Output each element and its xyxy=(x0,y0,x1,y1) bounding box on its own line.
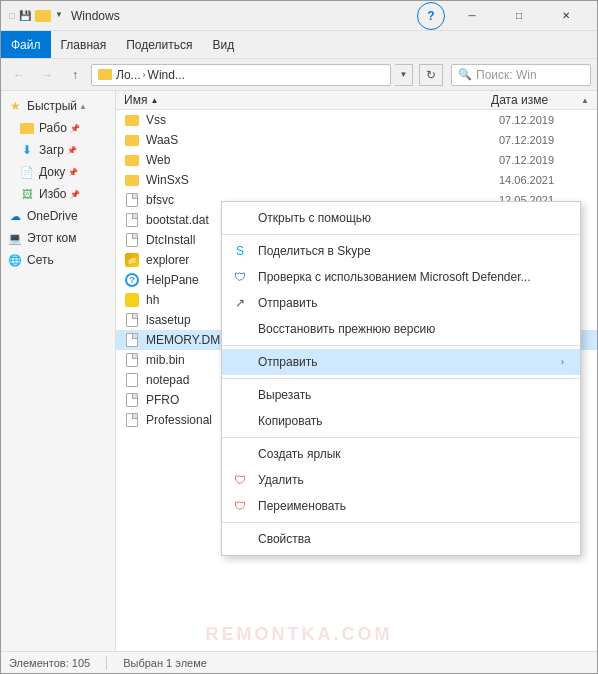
pin-icon4: 📌 xyxy=(70,190,80,199)
ctx-cut[interactable]: Вырезать xyxy=(222,382,580,408)
ctx-label: Восстановить прежнюю версию xyxy=(258,322,435,336)
ctx-restore[interactable]: Восстановить прежнюю версию xyxy=(222,316,580,342)
professional-icon xyxy=(124,412,140,428)
file-date: 07.12.2019 xyxy=(499,154,589,166)
search-placeholder: Поиск: Win xyxy=(476,68,537,82)
ctx-label: Создать ярлык xyxy=(258,447,341,461)
status-bar: Элементов: 105 Выбран 1 элеме xyxy=(1,651,597,673)
ctx-properties[interactable]: Свойства xyxy=(222,526,580,552)
ctx-share-skype[interactable]: S Поделиться в Skype xyxy=(222,238,580,264)
shield-del-icon: 🛡 xyxy=(232,472,248,488)
sort-arrow2: ▲ xyxy=(581,96,589,105)
dat-icon xyxy=(124,212,140,228)
file-name: Vss xyxy=(146,113,499,127)
window-title: Windows xyxy=(71,9,417,23)
ctx-separator2 xyxy=(222,345,580,346)
dmp-icon xyxy=(124,332,140,348)
ctx-label: Удалить xyxy=(258,473,304,487)
sidebar-item-work[interactable]: Рабо 📌 xyxy=(1,117,115,139)
sidebar-item-docs[interactable]: 📄 Доку 📌 xyxy=(1,161,115,183)
sidebar-item-onedrive[interactable]: ☁ OneDrive xyxy=(1,205,115,227)
sidebar-label-work: Рабо xyxy=(39,121,67,135)
context-menu: Открыть с помощью S Поделиться в Skype 🛡… xyxy=(221,201,581,556)
helppane-icon: ? xyxy=(124,272,140,288)
shield-ren-icon: 🛡 xyxy=(232,498,248,514)
title-dropdown-icon: ▼ xyxy=(55,10,63,22)
ctx-label: Свойства xyxy=(258,532,311,546)
ctx-label: Вырезать xyxy=(258,388,311,402)
file-row[interactable]: WaaS 07.12.2019 xyxy=(116,130,597,150)
log-icon xyxy=(124,232,140,248)
file-date: 14.06.2021 xyxy=(499,174,589,186)
file-name: Web xyxy=(146,153,499,167)
downloads-icon: ⬇ xyxy=(19,142,35,158)
notepad-icon2 xyxy=(124,372,140,388)
star-icon: ★ xyxy=(7,98,23,114)
up-button[interactable]: ↑ xyxy=(63,63,87,87)
ctx-rename[interactable]: 🛡 Переименовать xyxy=(222,493,580,519)
title-controls: ─ □ ✕ xyxy=(449,1,589,31)
minimize-button[interactable]: ─ xyxy=(449,1,495,31)
sidebar-item-images[interactable]: 🖼 Избо 📌 xyxy=(1,183,115,205)
menu-share[interactable]: Поделиться xyxy=(116,31,202,58)
sidebar-label-network: Сеть xyxy=(27,253,54,267)
file-name: WinSxS xyxy=(146,173,499,187)
ctx-delete[interactable]: 🛡 Удалить xyxy=(222,467,580,493)
ctx-separator3 xyxy=(222,378,580,379)
sort-arrow: ▲ xyxy=(150,96,158,105)
address-dropdown[interactable]: ▼ xyxy=(395,64,413,86)
menu-file[interactable]: Файл xyxy=(1,31,51,58)
file-name: WaaS xyxy=(146,133,499,147)
folder-icon xyxy=(124,172,140,188)
skype-icon: S xyxy=(232,243,248,259)
defender-icon: 🛡 xyxy=(232,269,248,285)
generic-icon xyxy=(124,312,140,328)
sidebar-item-thispc[interactable]: 💻 Этот ком xyxy=(1,227,115,249)
ctx-label: Переименовать xyxy=(258,499,346,513)
sidebar-label-images: Избо xyxy=(39,187,67,201)
maximize-button[interactable]: □ xyxy=(496,1,542,31)
menu-home[interactable]: Главная xyxy=(51,31,117,58)
sidebar: ★ Быстрый ▲ Рабо 📌 ⬇ Загр 📌 📄 Доку 📌 🖼 xyxy=(1,91,116,651)
close-button[interactable]: ✕ xyxy=(543,1,589,31)
file-row[interactable]: Vss 07.12.2019 xyxy=(116,110,597,130)
forward-button[interactable]: → xyxy=(35,63,59,87)
title-save-icon: 💾 xyxy=(19,10,31,22)
ctx-open-with[interactable]: Открыть с помощью xyxy=(222,205,580,231)
address-current: Wind... xyxy=(148,68,185,82)
ctx-defender[interactable]: 🛡 Проверка с использованием Microsoft De… xyxy=(222,264,580,290)
network-icon: 🌐 xyxy=(7,252,23,268)
back-button[interactable]: ← xyxy=(7,63,31,87)
ctx-copy[interactable]: Копировать xyxy=(222,408,580,434)
ctx-label: Отправить xyxy=(258,296,318,310)
exe-icon xyxy=(124,192,140,208)
file-date: 07.12.2019 xyxy=(499,134,589,146)
sidebar-item-network[interactable]: 🌐 Сеть xyxy=(1,249,115,271)
ctx-label: Проверка с использованием Microsoft Defe… xyxy=(258,270,531,284)
sidebar-item-quick[interactable]: ★ Быстрый ▲ xyxy=(1,95,115,117)
refresh-button[interactable]: ↻ xyxy=(419,64,443,86)
help-button[interactable]: ? xyxy=(417,2,445,30)
pin-icon: 📌 xyxy=(70,124,80,133)
hh-icon xyxy=(124,292,140,308)
ctx-label: Отправить xyxy=(258,355,318,369)
items-count: Элементов: 105 xyxy=(9,657,90,669)
search-bar[interactable]: 🔍 Поиск: Win xyxy=(451,64,591,86)
ctx-send-to[interactable]: ↗ Отправить xyxy=(222,290,580,316)
menu-view[interactable]: Вид xyxy=(202,31,244,58)
sidebar-label-downloads: Загр xyxy=(39,143,64,157)
menu-bar: Файл Главная Поделиться Вид xyxy=(1,31,597,59)
file-row[interactable]: Web 07.12.2019 xyxy=(116,150,597,170)
ctx-sendto2[interactable]: Отправить › xyxy=(222,349,580,375)
file-date: 07.12.2019 xyxy=(499,114,589,126)
sidebar-item-downloads[interactable]: ⬇ Загр 📌 xyxy=(1,139,115,161)
ctx-label: Поделиться в Skype xyxy=(258,244,371,258)
col-date-header: Дата изме xyxy=(491,93,581,107)
ctx-create-shortcut[interactable]: Создать ярлык xyxy=(222,441,580,467)
folder-work-icon xyxy=(19,120,35,136)
file-list-header: Имя ▲ Дата изме ▲ xyxy=(116,91,597,110)
address-bar[interactable]: Ло... › Wind... xyxy=(91,64,391,86)
sidebar-label-docs: Доку xyxy=(39,165,65,179)
file-row[interactable]: WinSxS 14.06.2021 xyxy=(116,170,597,190)
title-bar: □ 💾 ▼ Windows ? ─ □ ✕ xyxy=(1,1,597,31)
